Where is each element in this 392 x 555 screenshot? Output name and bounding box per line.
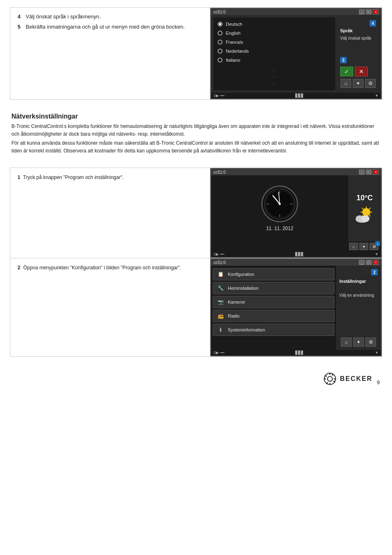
radio-deutsch	[218, 22, 223, 27]
badge-5: 5	[340, 57, 347, 63]
settings-menu-konfiguration[interactable]: 📋 Konfiguration	[213, 268, 334, 280]
clock-statusbar-right: ▼	[375, 252, 379, 256]
cc51-clock-max-btn[interactable]: □	[366, 170, 372, 175]
clock-badge-1: 1	[375, 241, 380, 246]
settings-statusbar-right: ▼	[375, 351, 379, 355]
clock-face	[261, 186, 298, 222]
cc51-maximize-btn[interactable]: □	[366, 9, 372, 14]
instr-1-left: 1 Tryck på knappen "Program och inställn…	[10, 168, 210, 258]
settings-menu-heminstallation[interactable]: 🔧 Heminstallation	[213, 282, 334, 294]
instruction-row-2: 2 Öppna menypunkten "Konfiguration" i bi…	[10, 258, 382, 357]
nav-gear-btn[interactable]: ⚙	[365, 79, 376, 88]
section-para1: B-Tronic CentralControl:s kompletta funk…	[11, 123, 381, 138]
menu-item-italiano[interactable]: Italiano	[215, 56, 334, 64]
statusbar-right: ▼	[375, 94, 379, 98]
temperature: 10°C	[356, 194, 373, 202]
cc51-right-title: Språk	[340, 28, 376, 33]
settings-nav-gear[interactable]: ⚙	[365, 338, 376, 347]
systeminformation-icon: ℹ	[216, 327, 225, 333]
cc51-clock-close-btn[interactable]: ✕	[373, 170, 379, 175]
settings-nav-home[interactable]: ⌂	[341, 338, 352, 347]
confirm-icon: ✓	[344, 68, 349, 75]
menu-item-english[interactable]: English	[215, 29, 334, 37]
svg-rect-23	[330, 383, 331, 385]
radio-francais	[218, 40, 223, 45]
step-5-item: 5 Bekräfta inmatningarna och gå ut ur me…	[18, 24, 203, 30]
svg-line-13	[362, 208, 363, 209]
instr-2-right: cc51:0 _ □ ✕ 📋 Konfiguration 🔧	[210, 258, 382, 356]
cc51-minimize-btn[interactable]: _	[359, 9, 365, 14]
svg-rect-24	[324, 378, 326, 380]
cc51-body: Deutsch English Francais Nederlands	[211, 15, 381, 93]
cancel-icon: ✕	[359, 68, 364, 75]
confirm-button[interactable]: ✓	[340, 67, 353, 76]
cc51-action-buttons: ✓ ✕	[340, 67, 376, 76]
cc51-right-panel: 4 Språk Välj önskat språk 5 ✓ ✕	[338, 18, 379, 90]
statusbar-left: D▶ ━━	[214, 94, 224, 98]
section-title: Nätverksinställningar	[11, 113, 381, 120]
settings-nav-star[interactable]: ✦	[353, 338, 364, 347]
step-4-number: 4	[18, 13, 23, 20]
instr-2-text: Öppna menypunkten "Konfiguration" i bild…	[23, 265, 181, 271]
cc51-top-window: cc51:0 _ □ ✕ Deutsch	[210, 8, 382, 99]
clock-nav-home[interactable]: ⌂	[349, 243, 358, 250]
cc51-settings-statusbar: D▶ ━━ ▊▊▊ ▼	[211, 350, 381, 356]
svg-rect-22	[330, 373, 331, 375]
cc51-settings-max-btn[interactable]: □	[366, 260, 372, 265]
instr-1-step-num: 1	[18, 175, 20, 180]
settings-menu-radio[interactable]: 📻 Radio	[213, 310, 334, 322]
menu-label-deutsch: Deutsch	[226, 22, 242, 27]
cancel-button[interactable]: ✕	[355, 67, 368, 76]
cc51-titlebar: cc51:0 _ □ ✕	[211, 9, 381, 15]
cc51-settings-window: cc51:0 _ □ ✕ 📋 Konfiguration 🔧	[210, 258, 382, 356]
cc51-bottom-nav: ⌂ ✦ ⚙	[340, 79, 376, 88]
nav-star-btn[interactable]: ✦	[353, 79, 363, 88]
cc51-settings-min-btn[interactable]: _	[359, 260, 365, 265]
top-right-cc51: cc51:0 _ □ ✕ Deutsch	[210, 8, 382, 99]
page-num-value: 9	[377, 379, 380, 385]
clock-face-inner	[264, 188, 295, 219]
settings-menu-panel: 📋 Konfiguration 🔧 Heminstallation 📷 Kame…	[211, 266, 336, 350]
cc51-clock-body: 11. 11. 2012 10°C	[211, 175, 381, 242]
kameror-icon: 📷	[216, 299, 225, 305]
instr-1-text: Tryck på knappen "Program och inställnin…	[23, 175, 124, 180]
cc51-clock-bottom: ⌂ ✦ ⚙ 1	[211, 242, 381, 251]
menu-item-deutsch[interactable]: Deutsch	[215, 20, 334, 28]
cc51-settings-title: cc51:0	[214, 260, 225, 265]
svg-point-20	[324, 373, 336, 385]
menu-label-italiano: Italiano	[226, 58, 240, 63]
cc51-close-btn[interactable]: ✕	[373, 9, 379, 14]
cc51-settings-titlebar: cc51:0 _ □ ✕	[211, 259, 381, 266]
radio-nederlands	[218, 49, 223, 54]
radio-english	[218, 31, 223, 36]
menu-item-nederlands[interactable]: Nederlands	[215, 47, 334, 55]
konfiguration-label: Konfiguration	[228, 272, 254, 277]
svg-point-19	[361, 215, 370, 222]
cc51-menu-panel: Deutsch English Francais Nederlands	[214, 18, 335, 90]
cc51-settings-close-btn[interactable]: ✕	[373, 260, 379, 265]
instr-2-left: 2 Öppna menypunkten "Konfiguration" i bi…	[10, 258, 210, 356]
svg-line-14	[370, 215, 371, 216]
settings-menu-kameror[interactable]: 📷 Kameror	[213, 296, 334, 308]
clock-nav-star[interactable]: ✦	[359, 243, 368, 250]
menu-label-english: English	[226, 31, 241, 36]
heminstallation-label: Heminstallation	[228, 286, 258, 291]
settings-right-title: Inställningar	[339, 279, 378, 284]
clock-nav-gear[interactable]: ⚙ 1	[370, 243, 379, 250]
becker-label: BECKER	[340, 375, 372, 383]
cc51-clock-titlebar: cc51:0 _ □ ✕	[211, 169, 381, 175]
cc51-clock-min-btn[interactable]: _	[359, 170, 365, 175]
becker-logo-area: BECKER	[323, 372, 372, 385]
cc51-titlebar-buttons: _ □ ✕	[359, 9, 379, 14]
menu-item-francais[interactable]: Francais	[215, 38, 334, 46]
instr-1-right: cc51:0 _ □ ✕	[210, 168, 382, 258]
svg-point-8	[362, 208, 370, 216]
svg-line-5	[273, 196, 280, 204]
radio-icon: 📻	[216, 313, 225, 319]
menu-label-nederlands: Nederlands	[226, 49, 249, 54]
top-left-steps: 4 Välj önskat språk i språkmenyn. 5 Bekr…	[10, 8, 210, 99]
nav-home-btn[interactable]: ⌂	[341, 79, 351, 88]
clock-date: 11. 11. 2012	[266, 226, 294, 231]
cc51-clock-statusbar: D▶ ━━ ▊▊▊ ▼	[211, 251, 381, 257]
settings-menu-systeminformation[interactable]: ℹ Systeminformation	[213, 324, 334, 336]
